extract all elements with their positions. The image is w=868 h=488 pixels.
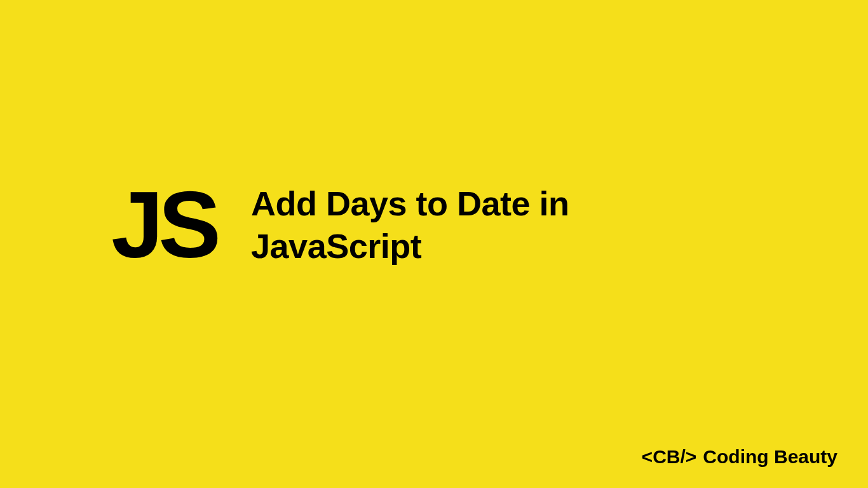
title-line-1: Add Days to Date in bbox=[251, 182, 569, 226]
js-logo: JS bbox=[111, 178, 216, 272]
brand-name: Coding Beauty bbox=[703, 446, 837, 468]
main-content: JS Add Days to Date in JavaScript bbox=[111, 178, 569, 272]
brand-footer: <CB/> Coding Beauty bbox=[642, 446, 837, 468]
title-line-2: JavaScript bbox=[251, 225, 569, 268]
brand-tag: <CB/> bbox=[642, 446, 697, 468]
article-title: Add Days to Date in JavaScript bbox=[251, 182, 569, 268]
